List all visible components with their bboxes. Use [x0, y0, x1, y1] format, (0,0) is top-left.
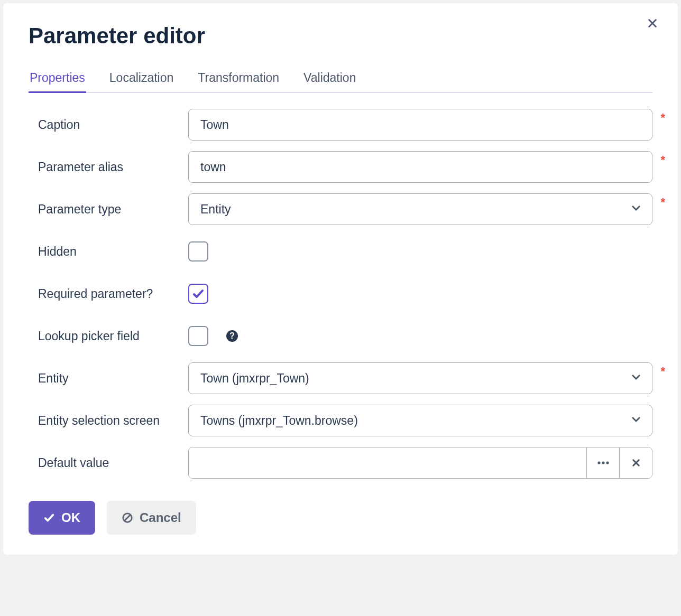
default-value-input[interactable]: [189, 447, 586, 478]
caption-input[interactable]: [188, 109, 652, 141]
row-default-value: Default value: [38, 447, 652, 479]
default-value-browse-button[interactable]: [586, 447, 619, 478]
properties-form: Caption * Parameter alias * Parameter ty…: [29, 109, 652, 479]
label-default-value: Default value: [38, 456, 188, 470]
label-type: Parameter type: [38, 202, 188, 217]
type-select[interactable]: Entity: [188, 193, 652, 225]
row-hidden: Hidden: [38, 236, 652, 267]
selection-screen-select[interactable]: Towns (jmxrpr_Town.browse): [188, 405, 652, 436]
dialog-title: Parameter editor: [29, 23, 652, 49]
ok-button-label: OK: [61, 510, 80, 525]
label-alias: Parameter alias: [38, 160, 188, 174]
required-asterisk-icon: *: [660, 111, 665, 125]
label-caption: Caption: [38, 118, 188, 132]
default-value-picker: [188, 447, 652, 479]
alias-input[interactable]: [188, 151, 652, 183]
svg-line-10: [125, 515, 131, 521]
row-lookup: Lookup picker field ?: [38, 320, 652, 352]
svg-point-5: [602, 461, 604, 464]
lookup-checkbox[interactable]: [188, 326, 208, 346]
entity-select[interactable]: Town (jmxrpr_Town): [188, 362, 652, 394]
entity-select-value: Town (jmxrpr_Town): [200, 371, 309, 386]
tabs: Properties Localization Transformation V…: [29, 68, 652, 93]
ellipsis-icon: [597, 461, 609, 465]
required-checkbox[interactable]: [188, 284, 208, 304]
row-required: Required parameter?: [38, 278, 652, 310]
parameter-editor-dialog: Parameter editor Properties Localization…: [3, 3, 678, 555]
row-selection-screen: Entity selection screen Towns (jmxrpr_To…: [38, 405, 652, 436]
dialog-footer: OK Cancel: [29, 501, 652, 535]
tab-properties[interactable]: Properties: [29, 68, 86, 92]
required-asterisk-icon: *: [660, 153, 665, 167]
svg-text:?: ?: [229, 331, 235, 340]
label-lookup: Lookup picker field: [38, 329, 188, 343]
help-icon[interactable]: ?: [225, 329, 239, 343]
default-value-clear-button[interactable]: [619, 447, 652, 478]
cancel-button-label: Cancel: [140, 510, 181, 525]
row-entity: Entity Town (jmxrpr_Town) *: [38, 362, 652, 394]
clear-icon: [631, 458, 641, 468]
cancel-button[interactable]: Cancel: [107, 501, 196, 535]
row-caption: Caption *: [38, 109, 652, 141]
tab-validation[interactable]: Validation: [302, 68, 357, 92]
cancel-icon: [122, 512, 133, 524]
svg-point-4: [597, 461, 600, 464]
row-alias: Parameter alias *: [38, 151, 652, 183]
row-type: Parameter type Entity *: [38, 193, 652, 225]
svg-point-6: [606, 461, 609, 464]
ok-button[interactable]: OK: [29, 501, 95, 535]
label-required: Required parameter?: [38, 287, 188, 301]
tab-localization[interactable]: Localization: [108, 68, 174, 92]
check-icon: [43, 512, 55, 524]
label-selection-screen: Entity selection screen: [38, 414, 188, 428]
label-entity: Entity: [38, 371, 188, 386]
close-button[interactable]: [645, 16, 660, 31]
hidden-checkbox[interactable]: [188, 241, 208, 262]
type-select-value: Entity: [200, 202, 231, 217]
close-icon: [647, 17, 658, 29]
required-asterisk-icon: *: [660, 195, 665, 209]
required-asterisk-icon: *: [660, 365, 665, 378]
selection-screen-value: Towns (jmxrpr_Town.browse): [200, 414, 358, 428]
tab-transformation[interactable]: Transformation: [197, 68, 280, 92]
label-hidden: Hidden: [38, 245, 188, 259]
